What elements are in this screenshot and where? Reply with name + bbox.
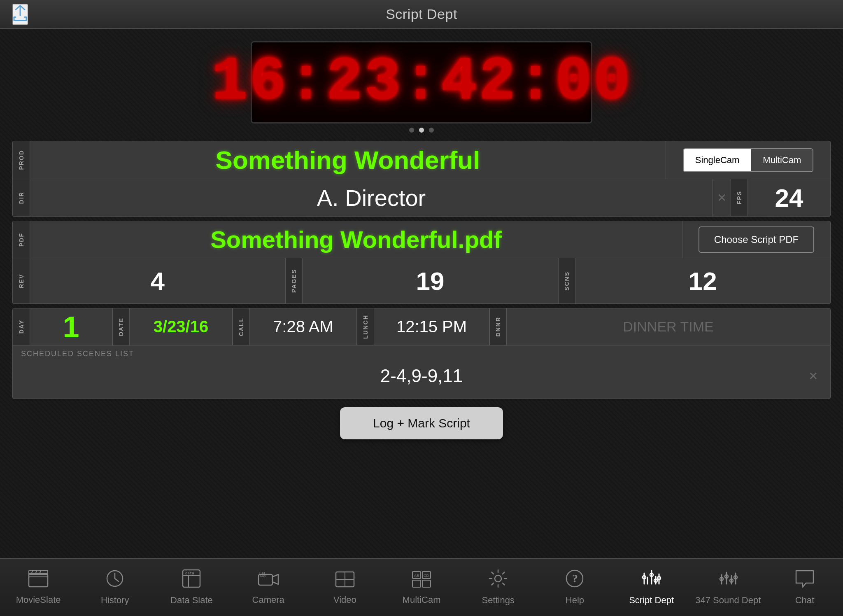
script-panel: PDF Something Wonderful.pdf Choose Scrip…	[12, 221, 831, 304]
scenes-label: SCNS	[558, 258, 575, 303]
pages-label: PAGES	[285, 258, 303, 303]
call-value: 7:28 AM	[258, 317, 349, 336]
timer-dots	[409, 128, 434, 133]
day-row: DAY 1 DATE 3/23/16 CALL 7:28 AM LUNCH 12…	[13, 308, 830, 345]
tab-multicam[interactable]: AB CD MultiCam	[383, 559, 460, 616]
scriptdept-icon	[641, 569, 662, 593]
director-name: A. Director	[317, 184, 426, 211]
day-number: 1	[34, 310, 108, 344]
sounddept-icon	[717, 569, 739, 593]
fps-label: FPS	[731, 179, 748, 216]
tab-movieslate-label: MovieSlate	[16, 595, 61, 605]
camera-mode-section: SingleCam MultiCam	[666, 141, 830, 179]
tab-scriptdept[interactable]: Script Dept	[613, 559, 690, 616]
dinner-label: DNNR	[489, 308, 507, 345]
video-icon	[335, 570, 355, 592]
tab-camera[interactable]: F14 1/60 Camera	[230, 559, 307, 616]
dot-2	[419, 128, 424, 133]
tab-sounddept[interactable]: 347 Sound Dept	[690, 559, 766, 616]
svg-text:?: ?	[572, 572, 578, 585]
multicam-icon: AB CD	[412, 570, 431, 592]
timer-value: 16:23:42:00	[212, 52, 632, 113]
tab-chat[interactable]: Chat	[766, 559, 843, 616]
choose-pdf-button[interactable]: Choose Script PDF	[699, 226, 814, 253]
tab-help[interactable]: ? Help	[536, 559, 613, 616]
chat-icon	[794, 569, 815, 593]
scenes-list-label: SCHEDULED SCENES LIST	[21, 350, 822, 358]
fps-value: 24	[748, 183, 830, 212]
pdf-row: PDF Something Wonderful.pdf Choose Scrip…	[13, 221, 830, 258]
scenes-value: 12	[689, 266, 717, 296]
header: Script Dept	[0, 0, 843, 29]
dot-1	[409, 128, 414, 133]
header-title: Script Dept	[386, 6, 457, 22]
tab-camera-label: Camera	[252, 595, 284, 605]
day-label: DAY	[13, 308, 30, 345]
date-cell: 3/23/16	[130, 308, 233, 345]
tab-dataslate-label: Data Slate	[170, 595, 213, 606]
pages-value-cell: 19	[303, 258, 558, 303]
tab-video[interactable]: Video	[307, 559, 383, 616]
production-title: Something Wonderful	[216, 145, 480, 175]
prod-content: Something Wonderful	[30, 141, 666, 179]
scenes-edit-icon[interactable]: ✕	[808, 369, 818, 383]
date-value: 3/23/16	[136, 317, 226, 336]
tab-history[interactable]: History	[77, 559, 153, 616]
singlecam-button[interactable]: SingleCam	[684, 149, 751, 171]
slate-icon	[28, 569, 49, 592]
tab-history-label: History	[101, 595, 129, 606]
timer-display: 16:23:42:00	[251, 41, 592, 124]
production-panel: PROD Something Wonderful SingleCam Multi…	[12, 141, 831, 217]
log-mark-script-button[interactable]: Log + Mark Script	[340, 407, 503, 439]
dinner-cell: DINNER TIME	[507, 308, 830, 345]
camera-icon: F14 1/60	[258, 570, 279, 592]
rev-value-cell: 4	[30, 258, 285, 303]
tab-movieslate[interactable]: MovieSlate	[0, 559, 77, 616]
share-button[interactable]	[12, 4, 28, 25]
main-content: PROD Something Wonderful SingleCam Multi…	[0, 141, 843, 439]
date-label: DATE	[112, 308, 130, 345]
rev-row: REV 4 PAGES 19 SCNS 12	[13, 258, 830, 303]
fps-content: 24	[748, 179, 830, 216]
scenes-value-row: 2-4,9-9,11 ✕	[21, 362, 822, 390]
dot-3	[429, 128, 434, 133]
day-number-cell: 1	[30, 308, 112, 345]
svg-text:CD: CD	[424, 574, 429, 578]
prod-label: PROD	[13, 141, 30, 179]
data-icon: data	[182, 569, 201, 593]
day-panel: DAY 1 DATE 3/23/16 CALL 7:28 AM LUNCH 12…	[12, 308, 831, 399]
dir-clear-icon: ✕	[713, 179, 731, 216]
history-icon	[105, 569, 124, 593]
choose-pdf-section: Choose Script PDF	[682, 221, 830, 258]
tab-scriptdept-label: Script Dept	[629, 595, 674, 606]
tab-sounddept-label: 347 Sound Dept	[695, 595, 761, 606]
scenes-value-cell: 12	[575, 258, 830, 303]
svg-rect-0	[29, 574, 48, 587]
scenes-list-value: 2-4,9-9,11	[380, 366, 463, 386]
tab-chat-label: Chat	[795, 595, 814, 606]
tab-dataslate[interactable]: data Data Slate	[153, 559, 230, 616]
pdf-content: Something Wonderful.pdf	[30, 221, 682, 258]
tab-bar: MovieSlate History data Data Slate	[0, 558, 843, 616]
svg-line-8	[115, 579, 119, 581]
tab-settings[interactable]: Settings	[460, 559, 536, 616]
svg-rect-22	[412, 580, 421, 587]
camera-mode-buttons: SingleCam MultiCam	[683, 148, 814, 172]
call-label: CALL	[233, 308, 250, 345]
pages-value: 19	[416, 266, 445, 296]
tab-settings-label: Settings	[482, 595, 515, 606]
pdf-title: Something Wonderful.pdf	[210, 226, 502, 253]
multicam-button[interactable]: MultiCam	[751, 149, 813, 171]
rev-label: REV	[13, 258, 30, 303]
tab-help-label: Help	[566, 595, 584, 606]
help-icon: ?	[565, 569, 584, 593]
svg-marker-14	[272, 574, 278, 584]
lunch-cell: 12:15 PM	[374, 308, 489, 345]
pdf-label: PDF	[13, 221, 30, 258]
svg-rect-23	[422, 580, 431, 587]
tab-video-label: Video	[333, 595, 356, 605]
prod-row: PROD Something Wonderful SingleCam Multi…	[13, 141, 830, 179]
svg-text:1/60: 1/60	[259, 574, 266, 578]
dinner-value: DINNER TIME	[623, 319, 713, 335]
scenes-section: SCHEDULED SCENES LIST 2-4,9-9,11 ✕	[13, 345, 830, 399]
